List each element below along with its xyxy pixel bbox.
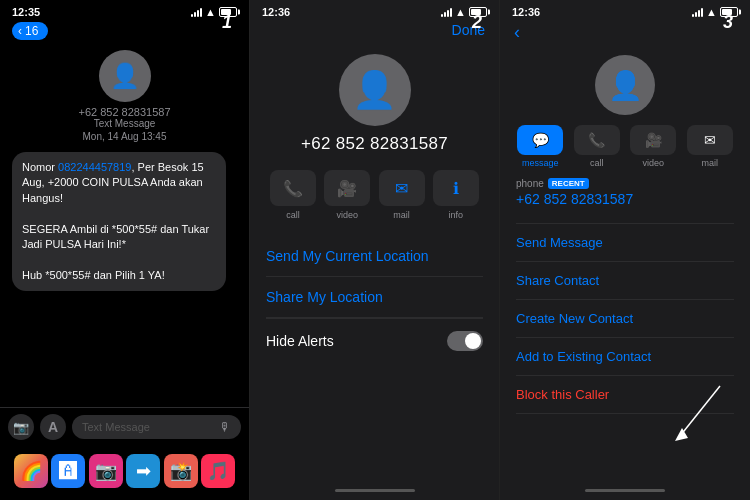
phone-link-1[interactable]: 082244457819 xyxy=(58,161,131,173)
contact-section-3: 👤 xyxy=(500,49,750,125)
home-indicator-2 xyxy=(250,480,499,500)
mail-icon-2: ✉ xyxy=(379,170,425,206)
text-input-1[interactable]: Text Message 🎙 xyxy=(72,415,241,439)
phone-1: +62 852 82831587 xyxy=(78,106,170,118)
create-contact-action-3[interactable]: Create New Contact xyxy=(516,300,734,338)
date-1: Mon, 14 Aug 13:45 xyxy=(83,131,167,142)
mail-tab-icon-3: ✉ xyxy=(687,125,733,155)
dock-store-1[interactable]: 🅰 xyxy=(51,454,85,488)
step-badge-3: 3 xyxy=(714,8,742,36)
info-icon-2: ℹ xyxy=(433,170,479,206)
video-tab-icon-3: 🎥 xyxy=(630,125,676,155)
block-caller-action-3[interactable]: Block this Caller xyxy=(516,376,734,414)
step-badge-2: 2 xyxy=(463,8,491,36)
toggle-knob-2 xyxy=(465,333,481,349)
dock-photos-1[interactable]: 🌈 xyxy=(14,454,48,488)
phone-label-row-3: phone RECENT xyxy=(516,178,734,189)
mail-action-2[interactable]: ✉ mail xyxy=(379,170,425,220)
time-3: 12:36 xyxy=(512,6,540,18)
contact-section-2: 👤 +62 852 82831587 xyxy=(250,44,499,170)
panel-contact-info: 12:36 ▲ 2 Done 👤 +62 852 82831587 xyxy=(250,0,500,500)
video-label-2: video xyxy=(337,210,359,220)
camera-button-1[interactable]: 📷 xyxy=(8,414,34,440)
send-message-action-3[interactable]: Send Message xyxy=(516,224,734,262)
message-bubble-1: Nomor 082244457819, Per Besok 15 Aug, +2… xyxy=(12,152,226,291)
video-action-2[interactable]: 🎥 video xyxy=(324,170,370,220)
action-row-2: 📞 call 🎥 video ✉ mail ℹ info xyxy=(250,170,499,236)
person-icon-3: 👤 xyxy=(608,69,643,102)
message-tab-label-3: message xyxy=(522,158,559,168)
call-label-2: call xyxy=(286,210,300,220)
share-location-item-2[interactable]: Share My Location xyxy=(266,277,483,318)
label-row-1: Text Message xyxy=(94,118,156,129)
apps-button-1[interactable]: A xyxy=(40,414,66,440)
avatar-3: 👤 xyxy=(595,55,655,115)
hide-alerts-label-2: Hide Alerts xyxy=(266,333,334,349)
text-placeholder-1: Text Message xyxy=(82,421,150,433)
avatar-2: 👤 xyxy=(339,54,411,126)
time-2: 12:36 xyxy=(262,6,290,18)
info-action-2[interactable]: ℹ info xyxy=(433,170,479,220)
dock-music-1[interactable]: 🎵 xyxy=(201,454,235,488)
message-label-1: Text Message xyxy=(94,118,156,129)
call-tab-icon-3: 📞 xyxy=(574,125,620,155)
message-body-3: Hub *500*55# dan Pilih 1 YA! xyxy=(22,269,165,281)
recent-badge-3: RECENT xyxy=(548,178,589,189)
list-2: Send My Current Location Share My Locati… xyxy=(250,236,499,480)
info-label-2: info xyxy=(449,210,464,220)
video-tab-label-3: video xyxy=(642,158,664,168)
tab-mail-3[interactable]: ✉ mail xyxy=(687,125,733,168)
phone-number-2: +62 852 82831587 xyxy=(301,134,448,154)
avatar-1: 👤 xyxy=(99,50,151,102)
chevron-left-icon-1: ‹ xyxy=(18,24,22,38)
dock-1: 🌈 🅰 📷 ➡ 📸 🎵 xyxy=(0,446,249,500)
nav-2: Done xyxy=(250,20,499,44)
tab-video-3[interactable]: 🎥 video xyxy=(630,125,676,168)
signal-icon-1 xyxy=(191,7,202,17)
contact-header-1: 👤 +62 852 82831587 Text Message Mon, 14 … xyxy=(0,46,249,148)
call-action-2[interactable]: 📞 call xyxy=(270,170,316,220)
message-body-2: SEGERA Ambil di *500*55# dan Tukar Jadi … xyxy=(22,223,209,250)
message-area-1: Nomor 082244457819, Per Besok 15 Aug, +2… xyxy=(0,148,249,407)
dock-maps-1[interactable]: ➡ xyxy=(126,454,160,488)
dock-camera-1[interactable]: 📷 xyxy=(89,454,123,488)
status-bar-3: 12:36 ▲ xyxy=(500,0,750,20)
mail-tab-label-3: mail xyxy=(701,158,718,168)
call-icon-2: 📞 xyxy=(270,170,316,206)
home-bar-2 xyxy=(335,489,415,492)
hide-alerts-row-2: Hide Alerts xyxy=(266,318,483,363)
home-bar-3 xyxy=(585,489,665,492)
panel-block-caller: 12:36 ▲ 3 ‹ 👤 💬 message xyxy=(500,0,750,500)
signal-icon-2 xyxy=(441,7,452,17)
phone-label-3: phone xyxy=(516,178,544,189)
action-tabs-3: 💬 message 📞 call 🎥 video ✉ mail xyxy=(500,125,750,178)
call-tab-label-3: call xyxy=(590,158,604,168)
message-tab-icon-3: 💬 xyxy=(517,125,563,155)
time-1: 12:35 xyxy=(12,6,40,18)
mic-icon-1: 🎙 xyxy=(219,420,231,434)
send-location-item-2[interactable]: Send My Current Location xyxy=(266,236,483,277)
info-section-3: phone RECENT +62 852 82831587 Send Messa… xyxy=(500,178,750,480)
input-bar-1: 📷 A Text Message 🎙 xyxy=(0,407,249,446)
signal-icon-3 xyxy=(692,7,703,17)
panel-messages: 12:35 ▲ 1 ‹ 16 👤 +62 852 82831587 xyxy=(0,0,250,500)
phone-number-3[interactable]: +62 852 82831587 xyxy=(516,191,734,207)
dock-photos2-1[interactable]: 📸 xyxy=(164,454,198,488)
hide-alerts-toggle-2[interactable] xyxy=(447,331,483,351)
person-icon-2: 👤 xyxy=(352,69,397,111)
tab-call-3[interactable]: 📞 call xyxy=(574,125,620,168)
video-icon-2: 🎥 xyxy=(324,170,370,206)
actions-list-3: Send Message Share Contact Create New Co… xyxy=(516,223,734,414)
back-button-1[interactable]: ‹ 16 xyxy=(12,22,48,40)
nav-1: ‹ 16 xyxy=(0,20,249,46)
share-contact-action-3[interactable]: Share Contact xyxy=(516,262,734,300)
status-bar-1: 12:35 ▲ xyxy=(0,0,249,20)
person-icon-1: 👤 xyxy=(110,62,140,90)
add-existing-action-3[interactable]: Add to Existing Contact xyxy=(516,338,734,376)
home-indicator-3 xyxy=(500,480,750,500)
back-arrow-3[interactable]: ‹ xyxy=(514,22,520,43)
tab-message-3[interactable]: 💬 message xyxy=(517,125,563,168)
step-badge-1: 1 xyxy=(213,8,241,36)
status-bar-2: 12:36 ▲ xyxy=(250,0,499,20)
nav-3: ‹ xyxy=(500,20,750,49)
